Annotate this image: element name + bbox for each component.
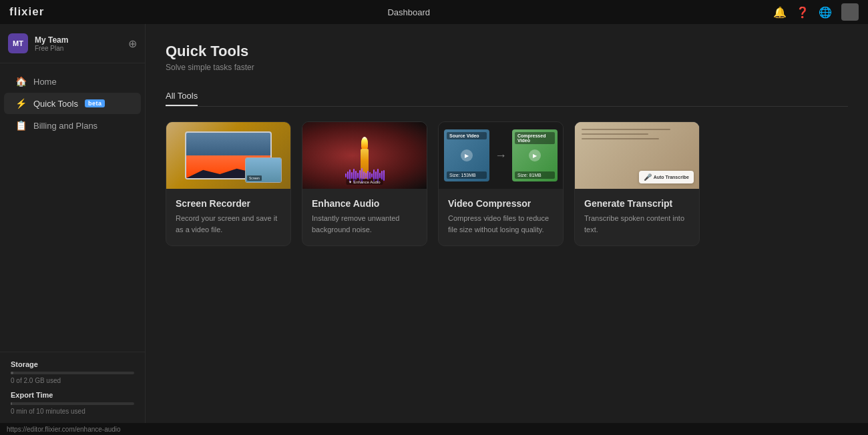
ea-flame	[361, 137, 368, 149]
tool-card-generate-transcript[interactable]: 🎤 Auto Transcribe Generate Transcript Tr…	[574, 121, 700, 246]
export-bar	[11, 402, 134, 405]
topbar-title: Dashboard	[387, 7, 430, 17]
ea-bar	[351, 172, 353, 179]
screen-recorder-title: Screen Recorder	[176, 198, 281, 209]
sidebar-nav: 🏠 Home ⚡ Quick Tools beta 📋 Billing and …	[0, 63, 145, 352]
vc-source-size: Size: 153MB	[447, 171, 487, 179]
sr-screen-label: Screen	[247, 175, 262, 181]
screen-recorder-inner: Screen	[185, 131, 272, 179]
sidebar-item-home-label: Home	[33, 77, 57, 87]
sidebar-storage: Storage 0 of 2.0 GB used Export Time 0 m…	[0, 352, 145, 423]
tool-card-body-generate-transcript: Generate Transcript Transcribe spoken co…	[575, 189, 699, 246]
tab-all-tools[interactable]: All Tools	[166, 87, 198, 106]
sidebar-item-home[interactable]: 🏠 Home	[4, 71, 141, 92]
vc-target-box: Compressed Video ▶ Size: 81MB	[512, 129, 558, 181]
statusbar-url: https://editor.flixier.com/enhance-audio	[7, 426, 121, 433]
vc-source-box: Source Video ▶ Size: 153MB	[444, 129, 489, 181]
generate-transcript-desc: Transcribe spoken content into text.	[584, 213, 690, 235]
storage-bar-fill	[11, 372, 13, 374]
tool-card-screen-recorder[interactable]: Screen Screen Recorder Record your scree…	[166, 121, 291, 246]
generate-transcript-preview: 🎤 Auto Transcribe	[575, 122, 699, 189]
sr-small-screen: Screen	[245, 157, 282, 183]
home-icon: 🏠	[15, 76, 27, 87]
video-compressor-title: Video Compressor	[448, 198, 554, 209]
ea-bar	[357, 173, 359, 178]
team-info: My Team Free Plan	[35, 35, 122, 52]
topbar: flixier Dashboard 🔔 ❓ 🌐	[0, 0, 868, 24]
gt-overlay-text: Auto Transcribe	[654, 175, 689, 179]
gt-line	[582, 138, 659, 139]
storage-text: 0 of 2.0 GB used	[11, 377, 134, 384]
sidebar-item-billing-label: Billing and Plans	[33, 121, 97, 131]
gt-mic-icon: 🎤	[644, 173, 652, 181]
tool-card-image-enhance-audio: ✦ Enhance Audio	[302, 122, 427, 189]
ea-bar	[345, 173, 347, 177]
content: Quick Tools Solve simple tasks faster Al…	[146, 24, 868, 423]
bell-icon[interactable]: 🔔	[773, 6, 787, 19]
storage-label: Storage	[11, 360, 134, 368]
globe-icon[interactable]: 🌐	[819, 6, 832, 19]
tool-card-body-enhance-audio: Enhance Audio Instantly remove unwanted …	[302, 189, 427, 246]
screen-recorder-desc: Record your screen and save it as a vide…	[176, 213, 281, 235]
page-subtitle: Solve simple tasks faster	[166, 63, 848, 72]
tool-card-image-generate-transcript: 🎤 Auto Transcribe	[575, 122, 699, 189]
tabs: All Tools	[166, 87, 848, 107]
tool-card-image-screen-recorder: Screen	[166, 122, 290, 189]
beta-badge: beta	[85, 99, 105, 107]
team-plan: Free Plan	[35, 45, 122, 52]
sidebar-item-billing[interactable]: 📋 Billing and Plans	[4, 115, 141, 136]
tool-card-enhance-audio[interactable]: ✦ Enhance Audio Enhance Audio Instantly …	[302, 121, 427, 246]
sidebar-team: MT My Team Free Plan ⊕	[0, 24, 145, 63]
export-time-label: Export Time	[11, 391, 134, 399]
storage-bar	[11, 372, 134, 374]
avatar[interactable]	[841, 3, 859, 21]
vc-source-label: Source Video	[447, 132, 487, 139]
team-name: My Team	[35, 35, 122, 45]
logo: flixier	[9, 5, 44, 19]
sidebar-item-quick-tools[interactable]: ⚡ Quick Tools beta	[4, 93, 141, 114]
screen-recorder-preview: Screen	[166, 122, 290, 189]
vc-target-size: Size: 81MB	[515, 171, 555, 179]
ea-bar	[369, 172, 371, 179]
tool-card-body-video-compressor: Video Compressor Compress video files to…	[439, 189, 563, 246]
team-avatar: MT	[8, 33, 28, 53]
sidebar-item-quick-tools-label: Quick Tools	[33, 99, 78, 109]
ea-label-overlay: ✦ Enhance Audio	[346, 179, 383, 185]
vc-source-play: ▶	[461, 149, 473, 161]
enhance-audio-desc: Instantly remove unwanted background noi…	[312, 213, 417, 235]
quick-tools-icon: ⚡	[15, 98, 27, 109]
tool-card-image-video-compressor: Source Video ▶ Size: 153MB → Compressed …	[439, 122, 563, 189]
main-layout: MT My Team Free Plan ⊕ 🏠 Home ⚡ Quick To…	[0, 24, 868, 423]
vc-target-play: ▶	[529, 149, 541, 161]
ea-bar	[383, 170, 385, 181]
gt-overlay-label: 🎤 Auto Transcribe	[639, 171, 694, 183]
gt-line	[582, 133, 648, 135]
sidebar: MT My Team Free Plan ⊕ 🏠 Home ⚡ Quick To…	[0, 24, 146, 423]
statusbar: https://editor.flixier.com/enhance-audio	[0, 423, 868, 435]
export-text: 0 min of 10 minutes used	[11, 408, 134, 415]
enhance-audio-title: Enhance Audio	[312, 198, 417, 209]
tools-grid: Screen Screen Recorder Record your scree…	[166, 121, 848, 246]
gt-line	[582, 129, 670, 130]
export-bar-fill	[11, 402, 12, 405]
ea-bar	[371, 173, 373, 177]
video-compressor-desc: Compress video files to reduce file size…	[448, 213, 554, 235]
enhance-audio-preview: ✦ Enhance Audio	[302, 122, 427, 189]
help-icon[interactable]: ❓	[796, 6, 809, 19]
vc-arrow-icon: →	[495, 149, 507, 163]
topbar-icons: 🔔 ❓ 🌐	[773, 3, 859, 21]
video-compressor-preview: Source Video ▶ Size: 153MB → Compressed …	[439, 122, 563, 189]
billing-icon: 📋	[15, 120, 27, 131]
generate-transcript-title: Generate Transcript	[584, 198, 690, 209]
gt-text-lines	[582, 129, 692, 143]
team-expand-icon[interactable]: ⊕	[128, 37, 137, 50]
tool-card-body-screen-recorder: Screen Recorder Record your screen and s…	[166, 189, 290, 246]
page-title: Quick Tools	[166, 43, 848, 60]
tool-card-video-compressor[interactable]: Source Video ▶ Size: 153MB → Compressed …	[438, 121, 564, 246]
ea-bar	[379, 173, 381, 178]
ea-bar	[365, 173, 367, 178]
vc-target-label: Compressed Video	[515, 132, 555, 144]
